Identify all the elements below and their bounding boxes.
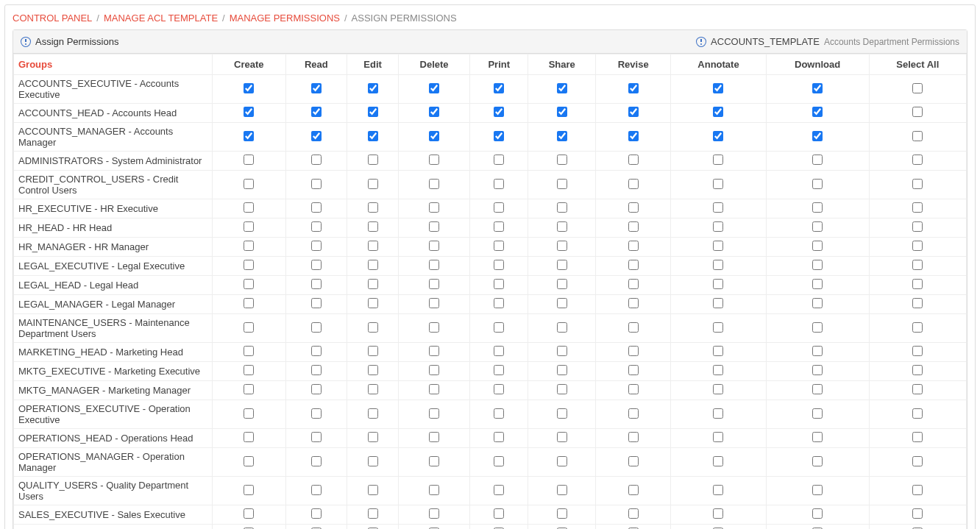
permission-checkbox[interactable] [812,260,823,270]
permission-checkbox[interactable] [311,456,322,466]
permission-checkbox[interactable] [628,107,639,117]
permission-checkbox[interactable] [812,346,823,356]
permission-checkbox[interactable] [494,260,504,270]
permission-checkbox[interactable] [494,202,504,213]
permission-checkbox[interactable] [244,408,254,419]
permission-checkbox[interactable] [244,456,254,466]
permission-checkbox[interactable] [912,432,923,442]
permission-checkbox[interactable] [368,485,378,495]
permission-checkbox[interactable] [244,508,254,519]
permission-checkbox[interactable] [311,485,322,495]
permission-checkbox[interactable] [429,508,439,519]
permission-checkbox[interactable] [429,179,439,189]
permission-checkbox[interactable] [912,485,923,495]
permission-checkbox[interactable] [628,83,639,93]
permission-checkbox[interactable] [494,83,504,93]
permission-checkbox[interactable] [812,365,823,375]
permission-checkbox[interactable] [812,298,823,308]
permission-checkbox[interactable] [494,408,504,419]
permission-checkbox[interactable] [628,322,639,333]
permission-checkbox[interactable] [628,241,639,251]
permission-checkbox[interactable] [628,346,639,356]
permission-checkbox[interactable] [713,221,723,232]
permission-checkbox[interactable] [494,279,504,289]
permission-checkbox[interactable] [713,241,723,251]
permission-checkbox[interactable] [628,155,639,165]
permission-checkbox[interactable] [912,384,923,394]
permission-checkbox[interactable] [368,260,378,270]
permission-checkbox[interactable] [368,322,378,333]
permission-checkbox[interactable] [368,202,378,213]
permission-checkbox[interactable] [429,346,439,356]
permission-checkbox[interactable] [912,260,923,270]
permission-checkbox[interactable] [713,384,723,394]
permission-checkbox[interactable] [812,221,823,232]
permission-checkbox[interactable] [557,322,567,333]
permission-checkbox[interactable] [368,221,378,232]
permission-checkbox[interactable] [494,346,504,356]
permission-checkbox[interactable] [628,408,639,419]
permission-checkbox[interactable] [557,221,567,232]
permission-checkbox[interactable] [628,456,639,466]
permission-checkbox[interactable] [429,260,439,270]
permission-checkbox[interactable] [812,384,823,394]
permission-checkbox[interactable] [244,155,254,165]
permission-checkbox[interactable] [628,260,639,270]
permission-checkbox[interactable] [429,384,439,394]
permission-checkbox[interactable] [628,508,639,519]
permission-checkbox[interactable] [311,155,322,165]
permission-checkbox[interactable] [912,346,923,356]
permission-checkbox[interactable] [244,432,254,442]
permission-checkbox[interactable] [244,83,254,93]
permission-checkbox[interactable] [912,456,923,466]
permission-checkbox[interactable] [912,131,923,141]
permission-checkbox[interactable] [368,508,378,519]
permission-checkbox[interactable] [812,279,823,289]
permission-checkbox[interactable] [812,179,823,189]
breadcrumb-item[interactable]: CONTROL PANEL [13,13,92,24]
permission-checkbox[interactable] [494,107,504,117]
permission-checkbox[interactable] [311,384,322,394]
permission-checkbox[interactable] [429,83,439,93]
permission-checkbox[interactable] [311,221,322,232]
permission-checkbox[interactable] [311,179,322,189]
permission-checkbox[interactable] [311,508,322,519]
permission-checkbox[interactable] [912,202,923,213]
permission-checkbox[interactable] [368,432,378,442]
permission-checkbox[interactable] [628,298,639,308]
permission-checkbox[interactable] [713,432,723,442]
permission-checkbox[interactable] [812,202,823,213]
permission-checkbox[interactable] [244,279,254,289]
permission-checkbox[interactable] [494,131,504,141]
permission-checkbox[interactable] [311,260,322,270]
permission-checkbox[interactable] [557,346,567,356]
permission-checkbox[interactable] [429,155,439,165]
permission-checkbox[interactable] [368,298,378,308]
permission-checkbox[interactable] [494,384,504,394]
permission-checkbox[interactable] [368,179,378,189]
permission-checkbox[interactable] [557,508,567,519]
permission-checkbox[interactable] [628,179,639,189]
permission-checkbox[interactable] [713,456,723,466]
permission-checkbox[interactable] [557,179,567,189]
permission-checkbox[interactable] [628,432,639,442]
permission-checkbox[interactable] [244,107,254,117]
permission-checkbox[interactable] [244,179,254,189]
permission-checkbox[interactable] [368,83,378,93]
permission-checkbox[interactable] [494,508,504,519]
permission-checkbox[interactable] [812,408,823,419]
permission-checkbox[interactable] [628,365,639,375]
permission-checkbox[interactable] [557,202,567,213]
permission-checkbox[interactable] [429,202,439,213]
permission-checkbox[interactable] [912,179,923,189]
permission-checkbox[interactable] [311,346,322,356]
permission-checkbox[interactable] [368,408,378,419]
permission-checkbox[interactable] [311,107,322,117]
permission-checkbox[interactable] [912,221,923,232]
permission-checkbox[interactable] [812,155,823,165]
permission-checkbox[interactable] [557,485,567,495]
permission-checkbox[interactable] [713,202,723,213]
permission-checkbox[interactable] [311,83,322,93]
permission-checkbox[interactable] [713,279,723,289]
permission-checkbox[interactable] [244,346,254,356]
